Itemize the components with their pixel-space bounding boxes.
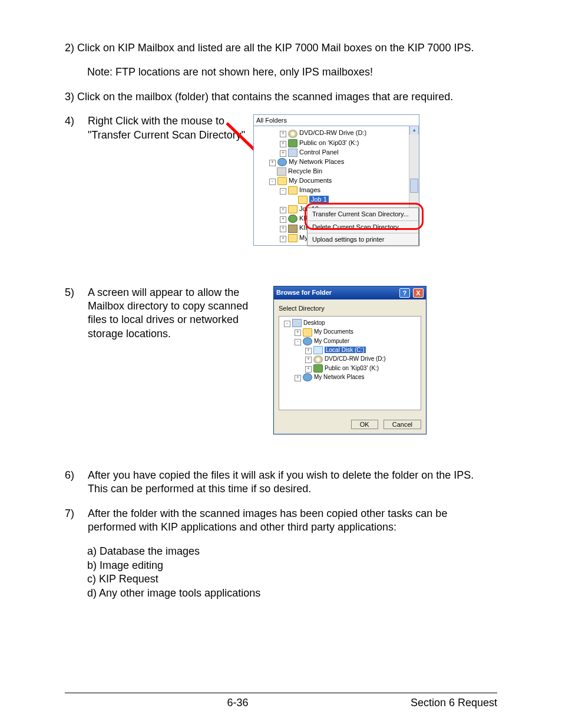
- expand-icon[interactable]: +: [269, 160, 276, 166]
- tree-label: My Network Places: [289, 158, 344, 165]
- para-6: After you have copied the files it will …: [88, 469, 497, 496]
- context-menu: Transfer Current Scan Directory... Delet…: [307, 207, 419, 246]
- folder-icon: [288, 186, 297, 195]
- cancel-button[interactable]: Cancel: [384, 420, 421, 429]
- tree-node-public2[interactable]: +Public on 'Kip03' (K:): [282, 364, 418, 373]
- network-places-icon: [277, 158, 287, 166]
- tree-label: DVD/CD-RW Drive (D:): [299, 129, 366, 136]
- network-drive-icon: [313, 364, 323, 373]
- expand-icon[interactable]: +: [305, 366, 312, 373]
- footer-section: Section 6 Request: [411, 697, 497, 709]
- tree-label: DVD/CD-RW Drive (D:): [325, 355, 386, 362]
- num-6: 6): [65, 469, 85, 482]
- para-2: 2) Click on KIP Mailbox and listed are a…: [65, 41, 497, 55]
- tree-label: Recycle Bin: [288, 167, 322, 174]
- menu-upload[interactable]: Upload settings to printer: [308, 233, 418, 245]
- collapse-icon[interactable]: -: [295, 339, 301, 345]
- tree-label: Images: [299, 186, 320, 193]
- disk-icon: [313, 346, 323, 354]
- browse-folder-dialog: Browse for Folder ? X Select Directory -…: [273, 286, 427, 434]
- all-folders-title: All Folders: [254, 115, 419, 126]
- para-note: Note: FTP locations are not shown here, …: [65, 65, 497, 79]
- tree-node-netplaces[interactable]: +My Network Places: [256, 157, 416, 167]
- expand-icon[interactable]: +: [305, 357, 312, 363]
- kip-folder-icon: [288, 225, 297, 233]
- tree-node-netplaces2[interactable]: +My Network Places: [282, 373, 418, 382]
- tree-label: My Computer: [314, 338, 349, 344]
- para-7: After the folder with the scanned images…: [88, 507, 497, 535]
- tree-label-selected: Job 1: [309, 196, 329, 203]
- num-5: 5): [65, 286, 85, 299]
- folder-icon: [277, 177, 287, 185]
- tree-node-control[interactable]: +Control Panel: [256, 148, 416, 157]
- expand-icon[interactable]: +: [280, 150, 286, 157]
- sub-b: b) Image editing: [87, 559, 497, 572]
- footer-page: 6-36: [65, 697, 411, 709]
- sub-a: a) Database the images: [87, 545, 497, 558]
- tree-node-job1[interactable]: Job 1: [256, 195, 416, 205]
- computer-icon: [303, 337, 312, 345]
- expand-icon[interactable]: +: [280, 236, 286, 242]
- tree-label: Public on 'Kip03' (K:): [325, 365, 379, 371]
- dvd-icon: [313, 355, 323, 364]
- sub-c: c) KIP Request: [87, 572, 497, 586]
- menu-transfer[interactable]: Transfer Current Scan Directory...: [308, 208, 418, 220]
- folder-tree[interactable]: -Desktop +My Documents -My Computer +Loc…: [279, 316, 421, 410]
- expand-icon[interactable]: +: [280, 141, 286, 147]
- tree-node-mycomp[interactable]: -My Computer: [282, 337, 418, 346]
- tree-label: Desktop: [303, 319, 325, 326]
- tree-label: My Documents: [314, 328, 353, 335]
- tree-label: My Documents: [289, 177, 332, 184]
- num-7: 7): [65, 507, 85, 521]
- folder-icon: [303, 328, 312, 337]
- dvd-icon: [288, 130, 297, 138]
- expand-icon[interactable]: +: [280, 131, 286, 137]
- dialog-label: Select Directory: [279, 304, 421, 312]
- expand-icon[interactable]: +: [305, 348, 312, 354]
- tree-node-recycle[interactable]: Recycle Bin: [256, 167, 416, 176]
- tree-label: Control Panel: [299, 149, 339, 156]
- sub-d: d) Any other image tools applications: [87, 587, 497, 600]
- tree-node-images[interactable]: -Images: [256, 186, 416, 195]
- menu-delete[interactable]: Delete Current Scan Directory...: [308, 221, 418, 233]
- tree-node-public[interactable]: +Public on 'Kip03' (K:): [256, 139, 416, 148]
- control-panel-icon: [288, 149, 297, 157]
- all-folders-window: All Folders ▴ ▾ +DVD/CD-RW Drive (D:) +P…: [253, 114, 419, 245]
- collapse-icon[interactable]: -: [280, 188, 286, 195]
- tree-node-dvd2[interactable]: +DVD/CD-RW Drive (D:): [282, 355, 418, 364]
- para-4: Right Click with the mouse to "Transfer …: [88, 114, 253, 142]
- expand-icon[interactable]: +: [280, 226, 286, 232]
- tree-label: My Network Places: [314, 374, 365, 380]
- para-5: A screen will appear to allow the Mailbo…: [88, 286, 265, 341]
- expand-icon[interactable]: +: [295, 330, 301, 336]
- expand-icon[interactable]: +: [280, 207, 286, 213]
- tree-node-desktop[interactable]: -Desktop: [282, 319, 418, 328]
- network-places-icon: [303, 373, 312, 381]
- kip-icon: [288, 215, 297, 223]
- expand-icon[interactable]: +: [295, 375, 301, 381]
- desktop-icon: [292, 319, 302, 327]
- collapse-icon[interactable]: -: [284, 321, 290, 327]
- tree-node-mydocs[interactable]: -My Documents: [256, 176, 416, 186]
- help-button-icon[interactable]: ?: [399, 288, 410, 298]
- folder-icon: [298, 196, 308, 204]
- ok-button[interactable]: OK: [351, 420, 378, 429]
- folder-icon: [288, 205, 297, 213]
- tree-label-selected: Local Disk (C:): [325, 347, 366, 353]
- tree-node-localc[interactable]: +Local Disk (C:): [282, 346, 418, 355]
- close-button-icon[interactable]: X: [413, 288, 424, 298]
- dialog-title: Browse for Folder: [276, 288, 332, 297]
- tree-node-mydocs2[interactable]: +My Documents: [282, 328, 418, 337]
- network-drive-icon: [288, 139, 297, 147]
- expand-icon[interactable]: +: [280, 216, 286, 223]
- num-4: 4): [65, 114, 85, 128]
- collapse-icon[interactable]: -: [269, 179, 276, 185]
- tree-node-dvd[interactable]: +DVD/CD-RW Drive (D:): [256, 129, 416, 138]
- tree-label: Public on 'Kip03' (K:): [299, 139, 359, 146]
- para-3: 3) Click on the mailbox (folder) that co…: [65, 90, 497, 104]
- recycle-bin-icon: [277, 167, 286, 176]
- folder-icon: [288, 234, 297, 242]
